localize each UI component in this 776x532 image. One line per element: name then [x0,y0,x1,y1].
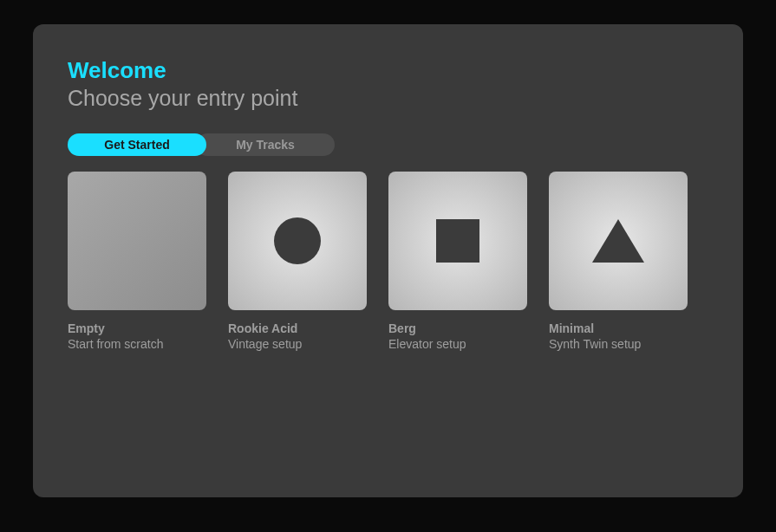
card-empty[interactable]: Empty Start from scratch [68,172,206,352]
card-subtitle: Vintage setup [228,336,367,352]
triangle-thumbnail-icon [549,172,688,310]
square-thumbnail-icon [388,172,527,310]
card-subtitle: Elevator setup [388,336,527,352]
welcome-subtitle: Choose your entry point [68,86,708,111]
circle-icon [274,217,321,264]
welcome-title: Welcome [68,57,708,84]
tabs-container: Get Started My Tracks [68,133,708,156]
card-berg[interactable]: Berg Elevator setup [388,172,527,352]
square-icon [436,219,479,263]
tab-get-started[interactable]: Get Started [68,133,206,156]
card-rookie-acid[interactable]: Rookie Acid Vintage setup [228,172,367,352]
welcome-panel: Welcome Choose your entry point Get Star… [33,24,743,497]
card-minimal[interactable]: Minimal Synth Twin setup [549,172,688,352]
card-subtitle: Start from scratch [68,336,206,352]
card-title: Minimal [549,321,688,336]
card-subtitle: Synth Twin setup [549,336,688,352]
cards-row: Empty Start from scratch Rookie Acid Vin… [68,172,708,352]
empty-thumbnail-icon [68,172,206,310]
tab-my-tracks[interactable]: My Tracks [196,133,335,156]
triangle-icon [592,219,644,263]
card-title: Rookie Acid [228,321,367,336]
card-title: Empty [68,321,206,336]
circle-thumbnail-icon [228,172,367,310]
card-title: Berg [388,321,527,336]
